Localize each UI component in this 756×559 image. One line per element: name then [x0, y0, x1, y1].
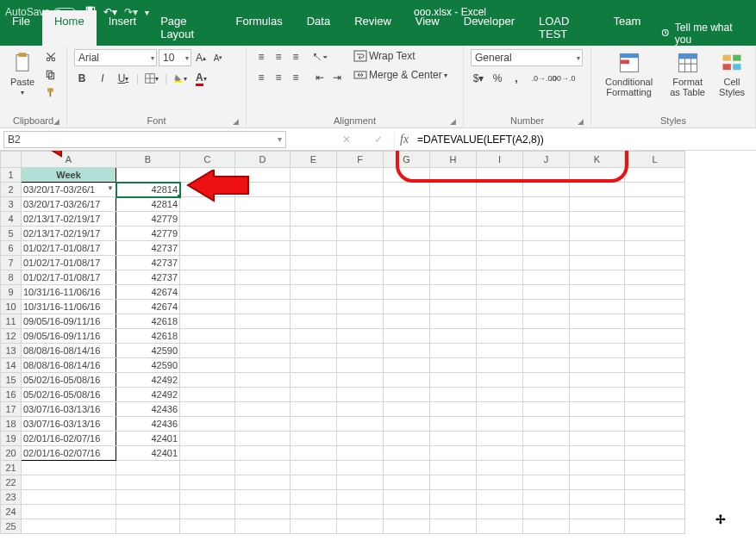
cell[interactable]	[180, 227, 235, 241]
cell[interactable]	[523, 197, 570, 212]
cell[interactable]	[337, 446, 384, 461]
cell[interactable]	[235, 227, 291, 241]
cell[interactable]	[570, 490, 625, 505]
cell[interactable]	[477, 519, 523, 534]
column-header[interactable]: I	[477, 152, 523, 168]
cell[interactable]	[337, 300, 384, 314]
cell[interactable]	[291, 402, 337, 417]
row-header[interactable]: 2	[1, 183, 22, 197]
cell[interactable]	[235, 270, 291, 285]
fx-icon[interactable]: fx	[395, 133, 414, 146]
cell[interactable]	[430, 519, 477, 534]
cell[interactable]	[180, 344, 235, 358]
cell[interactable]	[570, 227, 625, 241]
cell[interactable]	[337, 168, 384, 183]
cell[interactable]	[523, 314, 570, 329]
cell[interactable]	[384, 285, 430, 300]
cell[interactable]	[180, 446, 235, 461]
cell[interactable]	[337, 417, 384, 432]
cell[interactable]	[477, 373, 523, 388]
cell[interactable]	[570, 329, 625, 344]
tab-load-test[interactable]: LOAD TEST	[527, 10, 602, 46]
cell[interactable]	[235, 212, 291, 227]
cell[interactable]	[570, 358, 625, 373]
cell[interactable]: 08/08/16-08/14/16	[22, 344, 116, 358]
cell[interactable]	[180, 505, 235, 519]
cell[interactable]: 09/05/16-09/11/16	[22, 329, 116, 344]
cell[interactable]	[180, 285, 235, 300]
cell[interactable]	[430, 402, 477, 417]
cell[interactable]	[235, 241, 291, 256]
align-left-icon[interactable]: ≡	[253, 70, 269, 85]
cell[interactable]	[570, 432, 625, 446]
row-header[interactable]: 21	[1, 461, 22, 475]
tab-page-layout[interactable]: Page Layout	[148, 10, 223, 46]
cell[interactable]: 10/31/16-11/06/16	[22, 300, 116, 314]
cell[interactable]	[570, 256, 625, 270]
cell[interactable]: 05/02/16-05/08/16	[22, 373, 116, 388]
cell[interactable]: 02/01/16-02/07/16	[22, 446, 116, 461]
cell[interactable]	[570, 344, 625, 358]
cell[interactable]	[384, 227, 430, 241]
cell[interactable]	[384, 183, 430, 197]
cell[interactable]	[235, 197, 291, 212]
column-header[interactable]: L	[625, 152, 685, 168]
cell[interactable]	[625, 314, 685, 329]
cell[interactable]	[291, 490, 337, 505]
row-header[interactable]: 1	[1, 168, 22, 183]
tab-insert[interactable]: Insert	[97, 10, 149, 46]
cell[interactable]	[291, 285, 337, 300]
cell[interactable]	[116, 505, 180, 519]
cell[interactable]	[291, 475, 337, 490]
cell[interactable]	[384, 329, 430, 344]
cell[interactable]	[477, 432, 523, 446]
cell[interactable]	[337, 241, 384, 256]
cell[interactable]	[180, 183, 235, 197]
cell[interactable]	[116, 490, 180, 505]
cell[interactable]: 05/02/16-05/08/16	[22, 388, 116, 402]
cell[interactable]	[180, 241, 235, 256]
row-header[interactable]: 4	[1, 212, 22, 227]
cell[interactable]	[523, 329, 570, 344]
cell[interactable]	[430, 285, 477, 300]
tab-data[interactable]: Data	[295, 10, 342, 46]
cell[interactable]	[116, 519, 180, 534]
cell[interactable]	[235, 402, 291, 417]
merge-center-button[interactable]: Merge & Center ▾	[353, 68, 447, 82]
cell[interactable]	[430, 227, 477, 241]
cell[interactable]: 03/20/17-03/26/1▼	[22, 183, 116, 197]
cell[interactable]	[523, 446, 570, 461]
cell[interactable]	[291, 461, 337, 475]
cell[interactable]	[384, 475, 430, 490]
cell[interactable]	[337, 212, 384, 227]
cell[interactable]	[625, 344, 685, 358]
cell[interactable]	[180, 168, 235, 183]
border-icon[interactable]: ▾	[144, 71, 159, 86]
row-header[interactable]: 23	[1, 490, 22, 505]
font-size-combo[interactable]: 10	[159, 49, 191, 66]
cell[interactable]	[337, 329, 384, 344]
cell[interactable]	[477, 256, 523, 270]
cell[interactable]	[337, 505, 384, 519]
cell[interactable]	[337, 314, 384, 329]
align-middle-icon[interactable]: ≡	[271, 49, 286, 65]
row-header[interactable]: 25	[1, 519, 22, 534]
cell[interactable]: 02/13/17-02/19/17	[22, 212, 116, 227]
cell[interactable]	[477, 475, 523, 490]
cell[interactable]: 42492	[116, 388, 180, 402]
cell[interactable]: 42401	[116, 446, 180, 461]
cell[interactable]	[337, 461, 384, 475]
cell[interactable]	[570, 388, 625, 402]
cell[interactable]	[625, 270, 685, 285]
cell[interactable]	[384, 168, 430, 183]
cell[interactable]	[523, 417, 570, 432]
cell[interactable]	[337, 432, 384, 446]
cell[interactable]	[235, 285, 291, 300]
cell[interactable]	[291, 329, 337, 344]
row-header[interactable]: 6	[1, 241, 22, 256]
cell[interactable]	[235, 388, 291, 402]
tell-me[interactable]: Tell me what you	[653, 22, 756, 46]
cell[interactable]	[180, 197, 235, 212]
cell[interactable]	[625, 168, 685, 183]
cell[interactable]: 42737	[116, 270, 180, 285]
